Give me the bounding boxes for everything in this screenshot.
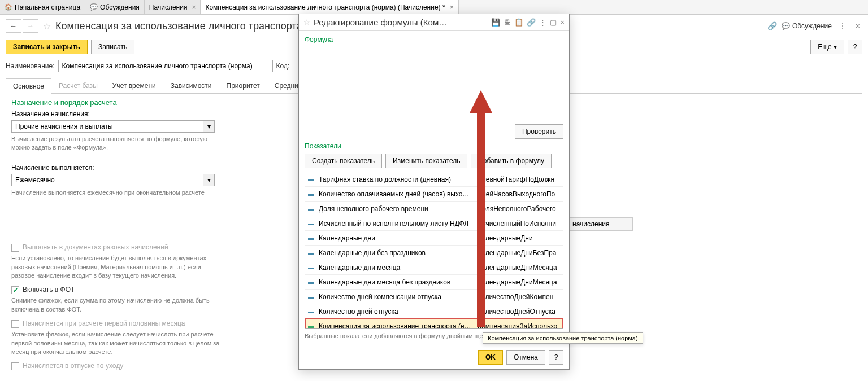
tab-home[interactable]: 🏠 Начальная страница (0, 0, 85, 14)
discuss-label: Обсуждение (792, 22, 832, 30)
code-label: Код: (276, 62, 290, 70)
cancel-button[interactable]: Отмена (506, 350, 545, 365)
indicator-code: ИсчисленныйПоИсполни (475, 220, 563, 227)
checkbox-fot[interactable] (11, 286, 19, 294)
discuss-link[interactable]: 💬 Обсуждение (782, 22, 832, 30)
close-icon[interactable]: × (192, 3, 196, 11)
check-button[interactable]: Проверить (515, 124, 563, 139)
indicator-icon: ▬ (305, 323, 316, 329)
name-label: Наименование: (6, 62, 55, 70)
clipboard-icon[interactable]: 📋 (514, 18, 523, 27)
tab-label: Начисления (149, 3, 188, 11)
formula-dialog: ☆ Редактирование формулы (Ком… 💾 🖶 📋 🔗 ⋮… (298, 14, 570, 370)
indicators-label: Показатели (305, 142, 563, 150)
indicator-icon: ▬ (305, 249, 316, 256)
indicator-row[interactable]: ▬Календарные дни месяца без праздниковКа… (305, 275, 563, 290)
more-icon[interactable]: ⋮ (836, 21, 849, 30)
indicator-row[interactable]: ▬Календарные дни без праздниковКалендарн… (305, 246, 563, 260)
indicator-name: Компенсация за использование транспорта … (316, 322, 475, 329)
indicator-row[interactable]: ▬Доля неполного рабочего времениДоляНепо… (305, 202, 563, 216)
indicator-name: Количество дней отпуска (316, 308, 475, 316)
indicator-row[interactable]: ▬Количество дней отпускаКоличествоДнейОт… (305, 304, 563, 319)
tab-label: Обсуждения (100, 3, 140, 11)
indicator-icon: ▬ (305, 308, 316, 314)
create-indicator-button[interactable]: Создать показатель (305, 154, 382, 168)
checkbox-leave (11, 362, 19, 370)
indicator-name: Тарифная ставка по должности (дневная) (316, 176, 475, 183)
indicator-name: Исчисленный по исполнительному листу НДФ… (316, 220, 475, 227)
indicator-row[interactable]: ▬Календарные дниКалендарныеДни (305, 231, 563, 246)
help-button[interactable]: ? (848, 40, 862, 54)
indicator-name: Количество оплачиваемых дней (часов) вых… (316, 190, 475, 198)
checkbox-oneoff-label: Выполнять в документах разовых начислени… (23, 243, 168, 251)
name-input[interactable] (58, 60, 273, 72)
tab-discussions[interactable]: 💬 Обсуждения (85, 0, 145, 14)
close-icon[interactable]: × (560, 18, 565, 27)
indicator-code: ДневнойТарифПоДолжн (475, 176, 563, 183)
link-icon[interactable]: 🔗 (527, 18, 536, 27)
indicator-code: КалендарныеДниМесяца (475, 264, 563, 271)
indicator-row[interactable]: ▬Компенсация за использование транспорта… (305, 319, 563, 329)
dropdown-button[interactable]: ▾ (203, 174, 215, 186)
print-icon[interactable]: 🖶 (504, 18, 511, 27)
link-icon[interactable]: 🔗 (767, 21, 777, 30)
checkbox-halfmonth (11, 320, 19, 328)
close-icon[interactable]: × (853, 21, 862, 30)
back-button[interactable]: ← (6, 19, 21, 33)
tab-accruals[interactable]: Начисления × (145, 0, 201, 14)
formula-input[interactable] (305, 46, 563, 119)
subtab-priority[interactable]: Приоритет (219, 78, 267, 93)
more-button[interactable]: Еще ▾ (810, 40, 844, 54)
edit-indicator-button[interactable]: Изменить показатель (385, 154, 468, 168)
indicator-row[interactable]: ▬Количество оплачиваемых дней (часов) вы… (305, 187, 563, 202)
chat-icon: 💬 (90, 3, 98, 11)
save-icon[interactable]: 💾 (491, 18, 500, 27)
save-close-button[interactable]: Записать и закрыть (6, 40, 88, 54)
indicator-row[interactable]: ▬Календарные дни месяцаКалендарныеДниМес… (305, 260, 563, 275)
indicator-row[interactable]: ▬Исчисленный по исполнительному листу НД… (305, 216, 563, 231)
close-icon[interactable]: × (450, 3, 454, 11)
background-col-header: начисления (568, 217, 633, 231)
help-button[interactable]: ? (549, 350, 563, 365)
indicator-name: Календарные дни (316, 234, 475, 242)
star-icon[interactable]: ☆ (43, 21, 51, 32)
dropdown-button[interactable]: ▾ (203, 120, 215, 133)
indicator-code: ДнейЧасовВыходногоПо (475, 190, 563, 198)
cb3-help: Установите флажок, если начисление следу… (11, 330, 220, 356)
indicator-icon: ▬ (305, 279, 316, 285)
save-button[interactable]: Записать (91, 40, 134, 54)
exec-select[interactable] (11, 174, 203, 186)
ok-button[interactable]: OK (478, 350, 503, 365)
chevron-down-icon: ▾ (207, 122, 211, 130)
subtab-main[interactable]: Основное (6, 78, 51, 94)
indicator-row[interactable]: ▬Тарифная ставка по должности (дневная)Д… (305, 172, 563, 187)
purpose-select[interactable] (11, 120, 203, 133)
indicators-list[interactable]: ▬Тарифная ставка по должности (дневная)Д… (305, 172, 563, 329)
indicator-name: Календарные дни месяца без праздников (316, 278, 475, 286)
indicator-code: ДоляНеполногоРабочего (475, 205, 563, 213)
indicator-code: КомпенсацияЗаИспользо (475, 322, 563, 329)
indicator-row[interactable]: ▬Количество дней компенсации отпускаКоли… (305, 290, 563, 304)
more-icon[interactable]: ⋮ (539, 18, 546, 27)
star-icon[interactable]: ☆ (303, 18, 310, 27)
tab-label: Начальная страница (15, 3, 80, 11)
subtab-deps[interactable]: Зависимости (163, 78, 219, 93)
window-icon[interactable]: ▢ (550, 18, 557, 27)
checkbox-oneoff (11, 244, 19, 252)
forward-button[interactable]: → (23, 19, 38, 33)
cb2-help: Снимите флажок, если сумма по этому начи… (11, 296, 220, 314)
subtab-time[interactable]: Учет времени (105, 78, 163, 93)
tab-compensation[interactable]: Компенсация за использование личного тра… (201, 0, 458, 14)
home-icon: 🏠 (5, 3, 12, 11)
formula-label: Формула (305, 36, 563, 43)
indicator-icon: ▬ (305, 176, 316, 182)
checkbox-leave-label: Начисляется в отпуске по уходу (23, 362, 123, 370)
add-to-formula-button[interactable]: Добавить в формулу (471, 154, 551, 168)
page-title: Компенсация за использование личного тра… (55, 20, 302, 32)
indicator-code: КалендарныеДни (475, 234, 563, 242)
indicator-code: КалендарныеДниМесяца (475, 278, 563, 286)
tooltip: Компенсация за использование транспорта … (483, 332, 643, 344)
dialog-header: ☆ Редактирование формулы (Ком… 💾 🖶 📋 🔗 ⋮… (299, 14, 569, 31)
cb1-help: Если установлено, то начисление будет вы… (11, 254, 220, 280)
chat-icon: 💬 (782, 22, 790, 30)
